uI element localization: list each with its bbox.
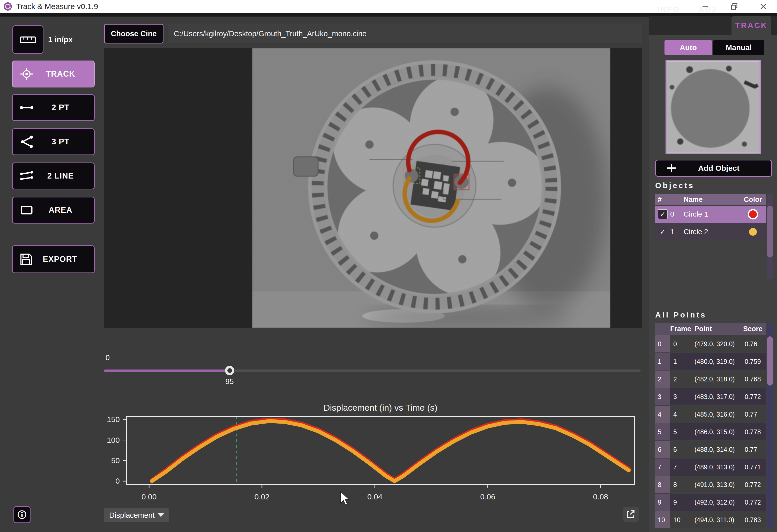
export-button[interactable]: EXPORT [12,245,95,273]
all-points-body: 00(479.0, 320.0)0.7611(480.0, 319.0)0.75… [655,335,766,528]
svg-text:50: 50 [111,456,120,465]
frame-cell: 8 [670,481,694,489]
timeline-min-label: 0 [106,353,110,362]
add-object-button[interactable]: Add Object [655,159,772,177]
objects-section-title: Objects [655,181,694,190]
score-cell: 0.77 [743,446,766,453]
table-row[interactable]: 33(483.0, 317.0)0.772 [655,388,766,405]
row-index-cell: 6 [655,441,670,458]
score-cell: 0.783 [743,516,766,524]
frame-cell: 6 [670,446,694,453]
point-cell: (483.0, 317.0) [694,393,743,401]
all-points-section-title: All Points [655,311,706,319]
objects-table: # Name Color ✓ 0 Circle 1 ✓ 1 Circle 2 [655,194,766,240]
plus-icon [666,163,677,173]
table-row[interactable]: 88(491.0, 313.0)0.772 [655,476,766,493]
object-index: 1 [670,228,674,236]
tab-track[interactable]: TRACK [732,16,771,35]
tool-2pt-button[interactable]: 2 PT [12,94,95,121]
score-cell: 0.778 [743,428,766,436]
row-index-cell: 4 [655,406,670,423]
row-index-cell: 8 [655,476,670,493]
svg-text:0.06: 0.06 [480,493,495,501]
score-cell: 0.772 [743,481,766,489]
table-row[interactable]: 55(486.0, 315.0)0.778 [655,423,766,440]
object-color-dot[interactable] [749,210,757,218]
point-cell: (492.0, 312.0) [694,499,743,506]
objects-table-header: # Name Color [655,194,766,205]
score-cell: 0.771 [743,463,766,471]
table-row[interactable]: 99(492.0, 312.0)0.772 [655,494,766,511]
tab-adj[interactable]: ADJ [693,0,722,19]
row-index-cell: 9 [655,494,670,511]
point-cell: (494.0, 311.0) [694,516,743,524]
table-row[interactable]: 44(485.0, 316.0)0.77 [655,406,766,423]
object-row-circle1[interactable]: ✓ 0 Circle 1 [655,206,766,223]
angle-icon [19,134,34,149]
svg-text:0.04: 0.04 [367,493,382,501]
frame-cell: 4 [670,411,694,418]
object-visible-checkbox[interactable]: ✓ [658,209,668,219]
svg-text:0: 0 [115,476,120,485]
objects-scrollbar[interactable] [767,194,773,279]
tool-track-button[interactable]: TRACK [12,61,95,88]
row-index-cell: 2 [655,370,670,388]
svg-text:0.00: 0.00 [141,493,156,501]
point-cell: (479.0, 320.0) [694,340,743,348]
frame-cell: 5 [670,428,694,436]
object-index: 0 [670,210,674,218]
video-viewport[interactable] [252,48,610,328]
chart-title: Displacement (in) vs Time (s) [126,403,635,413]
save-icon [19,252,33,266]
object-row-circle2[interactable]: ✓ 1 Circle 2 [655,223,766,240]
rectangle-icon [19,203,34,217]
table-row[interactable]: 77(489.0, 313.0)0.771 [655,458,766,475]
object-name: Circle 1 [684,210,740,218]
row-index-cell: 10 [655,511,670,528]
all-points-table: Frame Point Score 00(479.0, 320.0)0.7611… [655,323,766,528]
scale-calibration-button[interactable] [12,25,43,54]
ruler-icon [20,35,36,44]
score-cell: 0.768 [743,376,766,383]
fan-video-frame [252,48,610,328]
table-row[interactable]: 1010(494.0, 311.0)0.783 [655,511,766,528]
row-index-cell: 3 [655,388,670,405]
external-link-icon [626,509,636,519]
auto-mode-button[interactable]: Auto [664,40,712,55]
point-cell: (480.0, 319.0) [694,358,743,365]
svg-text:0.02: 0.02 [254,493,269,501]
object-visible-checkbox[interactable]: ✓ [658,227,668,237]
restore-button[interactable] [729,1,740,12]
info-button[interactable] [13,506,30,523]
manual-mode-button[interactable]: Manual [713,40,764,55]
close-button[interactable] [757,1,769,12]
frame-slider-handle[interactable] [225,366,234,375]
expand-chart-button[interactable] [623,507,639,522]
row-index-cell: 5 [655,423,670,440]
displacement-chart: 0.000.020.040.060.08050100150 [126,417,635,485]
table-row[interactable]: 22(482.0, 318.0)0.768 [655,370,766,388]
table-row[interactable]: 00(479.0, 320.0)0.76 [655,335,766,352]
all-points-scrollbar[interactable] [767,323,773,528]
mouse-cursor [340,491,351,506]
frame-cell: 9 [670,499,694,506]
tool-3pt-button[interactable]: 3 PT [12,128,95,155]
choose-cine-button[interactable]: Choose Cine [104,24,163,43]
point-cell: (489.0, 313.0) [694,463,743,471]
frame-cell: 7 [670,463,694,471]
scale-value-label: 1 in/px [48,25,73,54]
tool-2line-button[interactable]: 2 LINE [12,163,95,189]
frame-cell: 10 [670,516,694,524]
two-point-line-icon [19,100,34,115]
row-index-cell: 0 [655,335,670,352]
object-color-dot[interactable] [749,228,757,236]
table-row[interactable]: 66(488.0, 314.0)0.77 [655,441,766,458]
point-cell: (482.0, 318.0) [694,376,743,383]
table-row[interactable]: 11(480.0, 319.0)0.759 [655,353,766,370]
frame-cell: 3 [670,393,694,401]
tab-info[interactable]: INFO [654,0,683,19]
frame-slider[interactable] [104,369,641,372]
metric-dropdown[interactable]: Displacement [104,508,169,522]
tool-area-button[interactable]: AREA [12,197,95,224]
two-lines-icon [19,169,34,183]
